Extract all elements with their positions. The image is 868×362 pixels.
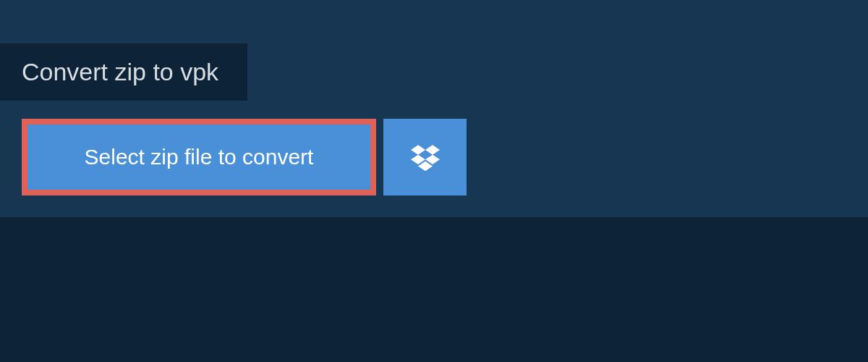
title-tab: Convert zip to vpk [0,43,247,101]
converter-panel: Convert zip to vpk Select zip file to co… [0,0,868,217]
dropbox-button[interactable] [383,119,467,195]
select-file-button-label: Select zip file to convert [85,145,314,169]
select-file-button[interactable]: Select zip file to convert [22,119,376,195]
dropbox-icon [411,143,440,172]
page-title: Convert zip to vpk [22,58,218,85]
button-row: Select zip file to convert [22,119,868,195]
